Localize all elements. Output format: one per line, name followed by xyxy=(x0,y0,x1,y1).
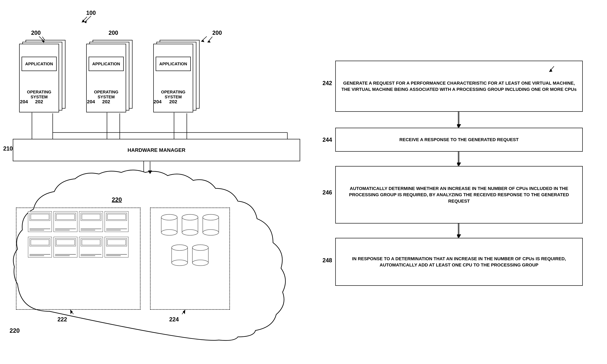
svg-point-42 xyxy=(192,260,208,266)
svg-line-0 xyxy=(85,16,91,22)
cylinder-3 xyxy=(202,213,220,237)
svg-marker-1 xyxy=(85,20,87,23)
svg-marker-47 xyxy=(457,163,461,166)
ref-222: 222 xyxy=(57,316,67,323)
ref-step-244: 244 xyxy=(323,136,332,143)
vm-cluster-box xyxy=(16,208,141,310)
vm-icon-8 xyxy=(104,237,129,258)
main-diagram: 100 200 200 200 APPLICATION OPERATING SY… xyxy=(0,0,607,364)
ref-204-1: 204 xyxy=(20,99,28,104)
app-box-1: APPLICATION xyxy=(22,57,57,71)
vm-stack-1: APPLICATION OPERATING SYSTEM xyxy=(19,40,67,101)
svg-line-59 xyxy=(201,36,207,41)
ref-202-2: 202 xyxy=(102,99,110,104)
os-label-1: OPERATING SYSTEM xyxy=(23,90,55,99)
vm-icon-5 xyxy=(28,237,52,258)
svg-point-27 xyxy=(161,214,177,220)
flow-step-246-box: AUTOMATICALLY DETERMINE WHETHER AN INCRE… xyxy=(335,166,583,223)
vm-stack-3: APPLICATION OPERATING SYSTEM xyxy=(153,40,201,101)
svg-line-4 xyxy=(207,37,212,42)
ref-step-246: 246 xyxy=(323,189,332,196)
svg-point-39 xyxy=(172,245,188,250)
storage-cluster-box xyxy=(150,208,230,310)
svg-marker-21 xyxy=(457,235,460,238)
cylinder-1 xyxy=(160,213,178,237)
ref-100: 100 xyxy=(86,10,96,16)
flow-step-244-box: RECEIVE A RESPONSE TO THE GENERATED REQU… xyxy=(335,128,583,152)
ref-200-right: 200 xyxy=(212,29,222,36)
vm-icon-7 xyxy=(79,237,103,258)
svg-point-31 xyxy=(182,214,198,220)
ref-224: 224 xyxy=(169,316,179,323)
flow-step-242-box: GENERATE A REQUEST FOR A PERFORMANCE CHA… xyxy=(335,61,583,112)
vm-icon-6 xyxy=(53,237,77,258)
cylinder-5 xyxy=(192,243,209,267)
svg-line-61 xyxy=(82,17,87,22)
svg-point-34 xyxy=(203,230,219,235)
ref-210: 210 xyxy=(3,145,13,152)
svg-point-30 xyxy=(182,230,198,235)
svg-marker-45 xyxy=(457,124,461,128)
ref-204-2: 204 xyxy=(87,99,95,104)
vm-icon-1 xyxy=(28,211,52,232)
svg-marker-5 xyxy=(207,40,210,42)
svg-marker-62 xyxy=(82,19,85,22)
svg-marker-49 xyxy=(457,234,461,238)
svg-marker-17 xyxy=(457,125,460,128)
os-label-2: OPERATING SYSTEM xyxy=(90,90,122,99)
hw-manager-box: HARDWARE MANAGER xyxy=(13,139,300,161)
ref-cloud-220-bottom: 220 xyxy=(10,327,20,334)
ref-step-242: 242 xyxy=(323,80,332,87)
svg-marker-60 xyxy=(201,39,204,42)
svg-point-26 xyxy=(161,230,177,235)
ref-202-1: 202 xyxy=(35,99,43,104)
vm-icon-4 xyxy=(104,211,129,232)
ref-step-248: 248 xyxy=(323,257,332,264)
app-box-3: APPLICATION xyxy=(156,57,191,71)
svg-point-38 xyxy=(172,260,188,266)
vm-icon-2 xyxy=(53,211,77,232)
svg-marker-19 xyxy=(457,163,460,166)
os-label-3: OPERATING SYSTEM xyxy=(157,90,190,99)
ref-204-3: 204 xyxy=(154,99,162,104)
svg-point-43 xyxy=(192,245,208,250)
cylinder-4 xyxy=(171,243,188,267)
vm-icon-3 xyxy=(79,211,103,232)
svg-point-35 xyxy=(203,214,219,220)
ref-200-center: 200 xyxy=(109,29,118,36)
vm-stack-2: APPLICATION OPERATING SYSTEM xyxy=(86,40,134,101)
app-box-2: APPLICATION xyxy=(89,57,124,71)
ref-200-left: 200 xyxy=(31,29,41,36)
cloud-center-label: 220 xyxy=(112,196,122,203)
cylinder-2 xyxy=(181,213,199,237)
ref-202-3: 202 xyxy=(169,99,177,104)
flow-step-248-box: IN RESPONSE TO A DETERMINATION THAT AN I… xyxy=(335,238,583,286)
